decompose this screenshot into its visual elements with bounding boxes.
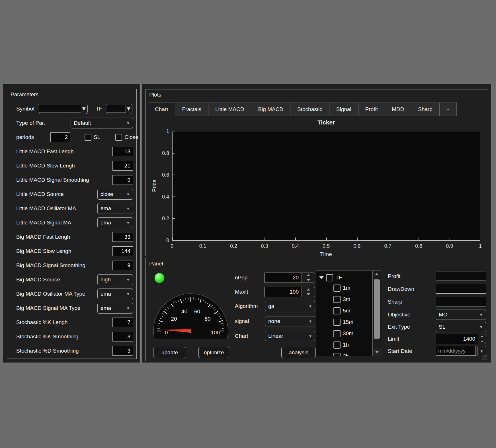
little-macd-source-dropdown[interactable]: close▼ — [97, 189, 133, 200]
tab-little-macd[interactable]: Little MACD — [208, 103, 251, 116]
algorithm-dropdown[interactable]: ga ▼ — [265, 301, 315, 311]
tf-parent-checkbox[interactable] — [326, 274, 333, 281]
scroll-up-icon[interactable] — [375, 273, 378, 275]
spin-down-button[interactable] — [302, 292, 315, 297]
limit-value[interactable]: 1400 — [436, 334, 478, 344]
symbol-combobox[interactable]: ▼ — [38, 104, 88, 114]
big-macd-source-dropdown[interactable]: high▼ — [97, 274, 133, 285]
tree-item-30m[interactable]: 30m — [333, 328, 353, 339]
big-macd-osillator-ma-type-dropdown[interactable]: ema▼ — [97, 289, 133, 299]
symbol-combobox-value[interactable] — [39, 105, 81, 113]
tab-sharp[interactable]: Sharp — [411, 103, 440, 116]
npop-value[interactable]: 20 — [265, 273, 302, 283]
tree-item-3m[interactable]: 3m — [333, 294, 350, 305]
tree-item-15m[interactable]: 15m — [333, 316, 353, 328]
spin-up-button[interactable] — [302, 287, 315, 292]
date-picker-button[interactable]: ▼ — [477, 346, 486, 356]
maxit-spinner[interactable]: 100 — [265, 287, 315, 297]
param-label: Little MACD Signal Smoothing — [16, 177, 112, 183]
1m-checkbox[interactable] — [333, 285, 341, 292]
tab-mdd[interactable]: MDD — [385, 103, 411, 116]
sl-checkbox[interactable] — [85, 134, 91, 141]
little-macd-slow-lengh-field[interactable]: 21 — [112, 161, 133, 171]
dropdown-value: close — [98, 191, 124, 197]
sharp-field[interactable] — [436, 297, 486, 306]
drawdown-field[interactable] — [436, 284, 486, 294]
gauge: 020406080100 — [153, 292, 228, 339]
stochastic-k-lengh-field[interactable]: 7 — [112, 318, 133, 327]
spin-up-button[interactable] — [302, 273, 315, 278]
objective-dropdown[interactable]: MO ▼ — [436, 310, 486, 320]
periods-field[interactable]: 2 — [50, 132, 70, 142]
gauge-label-100: 100 — [211, 330, 220, 336]
scroll-down-button[interactable] — [373, 348, 381, 356]
limit-spinner[interactable]: 1400 — [436, 334, 486, 344]
param-row-little-macd-osillator-ma: Little MACD Osillator MAema▼ — [7, 201, 136, 216]
tf-tree-parent-row[interactable]: TF — [316, 272, 342, 283]
tab-plus[interactable]: + — [439, 103, 457, 116]
chart-type-dropdown[interactable]: Linear ▼ — [265, 331, 315, 341]
plot-area[interactable] — [172, 132, 480, 241]
little-macd-signal-smoothing-field[interactable]: 9 — [112, 175, 133, 185]
close-checkbox[interactable] — [115, 134, 122, 141]
maxit-value[interactable]: 100 — [265, 287, 302, 297]
little-macd-signal-ma-dropdown[interactable]: ema▼ — [97, 217, 133, 228]
tf-combobox-value[interactable] — [107, 105, 126, 113]
tf-combobox[interactable]: ▼ — [106, 104, 132, 114]
type-of-par-dropdown[interactable]: Default ▼ — [71, 118, 133, 128]
y-tick-label: 0.2 — [150, 216, 169, 222]
15m-checkbox[interactable] — [333, 319, 341, 326]
stochastic-d-smoothing-field[interactable]: 3 — [112, 346, 133, 356]
start-date-field[interactable]: mm/dd/yyyy — [436, 346, 476, 356]
2h-checkbox[interactable] — [333, 353, 341, 356]
1h-checkbox[interactable] — [333, 341, 341, 349]
tab-profit[interactable]: Profit — [358, 103, 385, 116]
update-button[interactable]: update — [153, 347, 186, 358]
tab-fractals[interactable]: Fractals — [175, 103, 208, 116]
little-macd-osillator-ma-dropdown[interactable]: ema▼ — [97, 203, 133, 214]
big-macd-signal-ma-type-dropdown[interactable]: ema▼ — [97, 303, 133, 314]
3m-checkbox[interactable] — [333, 296, 341, 303]
analysis-button[interactable]: analysis — [281, 347, 316, 358]
collapse-arrow-icon[interactable] — [319, 276, 324, 279]
control-panel-title: Panel — [146, 258, 488, 269]
tree-scrollbar[interactable] — [372, 271, 381, 356]
spin-up-button[interactable] — [478, 334, 486, 339]
optimize-button[interactable]: optimize — [198, 347, 229, 358]
resize-grip[interactable] — [482, 355, 487, 360]
little-macd-fast-lengh-field[interactable]: 13 — [112, 147, 133, 156]
sharp-label: Sharp — [388, 297, 402, 307]
triangle-down-icon — [481, 341, 483, 342]
y-tick-label: 0.4 — [150, 194, 169, 200]
stochastic-k-smoothing-field[interactable]: 3 — [112, 332, 133, 341]
big-macd-fast-lengh-field[interactable]: 33 — [112, 232, 133, 242]
big-macd-slow-lengh-field[interactable]: 144 — [112, 246, 133, 256]
chevron-down-icon[interactable]: ▼ — [126, 105, 131, 113]
tab-chart[interactable]: Chart — [148, 103, 175, 116]
type-of-par-label: Type of Par. — [16, 120, 71, 126]
5m-checkbox[interactable] — [333, 307, 341, 314]
signal-label: signal — [235, 316, 249, 326]
gauge-label-80: 80 — [204, 316, 210, 322]
tree-item-1h[interactable]: 1h — [333, 339, 349, 351]
tab-signal[interactable]: Signal — [329, 103, 358, 116]
tree-item-1m[interactable]: 1m — [333, 282, 350, 294]
npop-spinner[interactable]: 20 — [265, 273, 315, 283]
tab-stochastic[interactable]: Stochastic — [290, 103, 329, 116]
30m-checkbox[interactable] — [333, 330, 341, 337]
signal-dropdown[interactable]: none ▼ — [265, 316, 315, 326]
triangle-up-icon — [307, 289, 310, 291]
maxit-label: MaxIt — [235, 287, 248, 297]
tab-big-macd[interactable]: Big MACD — [251, 103, 290, 116]
exit-type-dropdown[interactable]: SL ▼ — [436, 322, 486, 332]
tree-item-2h[interactable]: 2h — [333, 351, 349, 356]
tree-item-5m[interactable]: 5m — [333, 305, 350, 316]
x-tick-label: 1 — [470, 243, 490, 249]
chevron-down-icon[interactable]: ▼ — [81, 105, 87, 113]
spin-down-button[interactable] — [302, 278, 315, 283]
scrollbar-thumb[interactable] — [374, 279, 380, 339]
profit-field[interactable] — [436, 271, 486, 281]
tree-item-label: 1h — [343, 342, 349, 348]
big-macd-signal-smoothing-field[interactable]: 9 — [112, 261, 133, 270]
spin-down-button[interactable] — [478, 339, 486, 344]
